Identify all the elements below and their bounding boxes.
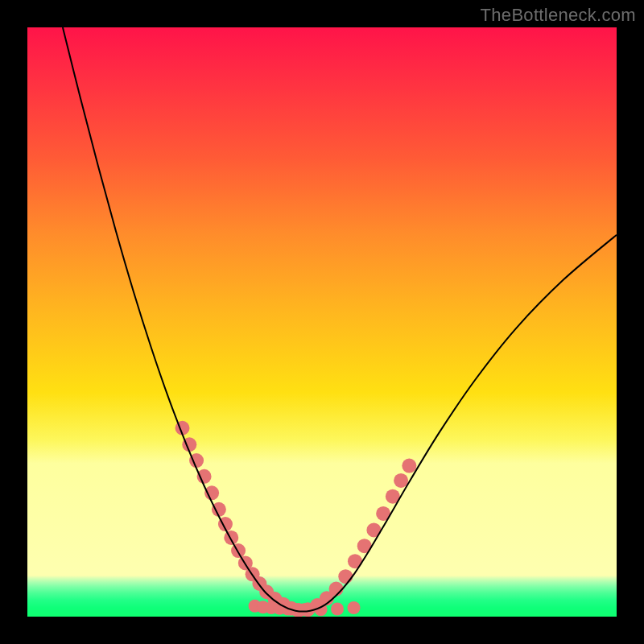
highlight-dot [348, 601, 361, 614]
bottleneck-curve-path [63, 27, 617, 612]
highlight-dot [338, 569, 353, 584]
highlight-dot [231, 543, 246, 558]
highlight-dot [329, 582, 344, 597]
highlight-dot [224, 530, 238, 545]
highlight-dots-left [175, 421, 299, 616]
chart-root: TheBottleneck.com [0, 0, 644, 644]
watermark-text: TheBottleneck.com [481, 5, 636, 26]
highlight-dot [402, 459, 416, 473]
highlight-dot [212, 502, 226, 517]
highlight-dots-right [291, 459, 417, 617]
highlight-dot [331, 602, 344, 615]
curve-svg [27, 27, 617, 617]
highlight-dot [394, 473, 408, 488]
plot-area [27, 27, 617, 617]
